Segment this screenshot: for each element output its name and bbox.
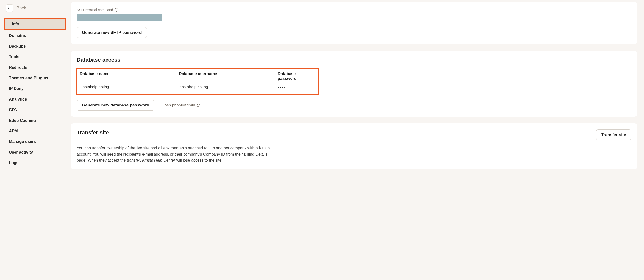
arrow-left-icon xyxy=(8,6,12,10)
database-access-card: Database access Database name Database u… xyxy=(71,51,637,117)
generate-sftp-password-button[interactable]: Generate new SFTP password xyxy=(77,27,147,38)
transfer-head: Transfer site Transfer site xyxy=(77,129,631,140)
generate-db-password-button[interactable]: Generate new database password xyxy=(77,100,154,111)
external-link-icon xyxy=(196,103,200,107)
db-password-value: •••• xyxy=(278,85,315,90)
open-phpmyadmin-link[interactable]: Open phpMyAdmin xyxy=(161,103,200,107)
transfer-site-button[interactable]: Transfer site xyxy=(596,129,631,140)
nav-item-cdn[interactable]: CDN xyxy=(0,104,66,115)
db-password-header: Database password xyxy=(278,71,315,81)
database-actions: Generate new database password Open phpM… xyxy=(77,100,631,111)
nav-item-edge-caching[interactable]: Edge Caching xyxy=(0,115,66,126)
nav-item-redirects[interactable]: Redirects xyxy=(0,62,66,73)
nav-item-themes-plugins[interactable]: Themes and Plugins xyxy=(0,73,66,83)
db-name-value: kinstahelptesting xyxy=(80,85,174,90)
ssh-label: SSH terminal command xyxy=(77,8,113,12)
nav-item-backups[interactable]: Backups xyxy=(0,41,66,52)
back-button[interactable] xyxy=(6,5,13,12)
database-grid: Database name Database username Database… xyxy=(77,71,318,90)
transfer-description: You can transfer ownership of the live s… xyxy=(77,145,274,163)
transfer-desc-em: Kinsta Help Center xyxy=(142,158,175,163)
ssh-command-redacted xyxy=(77,14,162,21)
database-credentials-highlight: Database name Database username Database… xyxy=(76,68,319,95)
nav-item-domains[interactable]: Domains xyxy=(0,30,66,41)
back-row: Back xyxy=(0,5,66,18)
sidebar: Back Info Domains Backups Tools Redirect… xyxy=(0,0,66,280)
transfer-site-card: Transfer site Transfer site You can tran… xyxy=(71,123,637,169)
nav: Info Domains Backups Tools Redirects The… xyxy=(0,18,66,168)
svg-line-1 xyxy=(198,104,200,105)
main-content: SSH terminal command ? Generate new SFTP… xyxy=(66,0,644,280)
open-phpmyadmin-label: Open phpMyAdmin xyxy=(161,103,195,107)
nav-item-apm[interactable]: APM xyxy=(0,126,66,136)
db-username-header: Database username xyxy=(179,71,273,81)
nav-item-ip-deny[interactable]: IP Deny xyxy=(0,83,66,94)
nav-item-tools[interactable]: Tools xyxy=(0,52,66,62)
db-username-value: kinstahelptesting xyxy=(179,85,273,90)
nav-item-user-activity[interactable]: User activity xyxy=(0,147,66,158)
ssh-label-row: SSH terminal command ? xyxy=(77,8,631,12)
db-name-header: Database name xyxy=(80,71,174,81)
nav-item-manage-users[interactable]: Manage users xyxy=(0,136,66,147)
nav-item-logs[interactable]: Logs xyxy=(0,158,66,168)
nav-item-info[interactable]: Info xyxy=(5,19,66,29)
help-icon[interactable]: ? xyxy=(115,8,118,12)
transfer-desc-post: will lose access to the site. xyxy=(175,158,222,163)
back-label: Back xyxy=(17,6,26,11)
transfer-site-title: Transfer site xyxy=(77,129,109,136)
database-access-title: Database access xyxy=(77,57,631,63)
nav-item-analytics[interactable]: Analytics xyxy=(0,94,66,104)
nav-highlight-info: Info xyxy=(4,18,66,30)
ssh-card: SSH terminal command ? Generate new SFTP… xyxy=(71,2,637,44)
